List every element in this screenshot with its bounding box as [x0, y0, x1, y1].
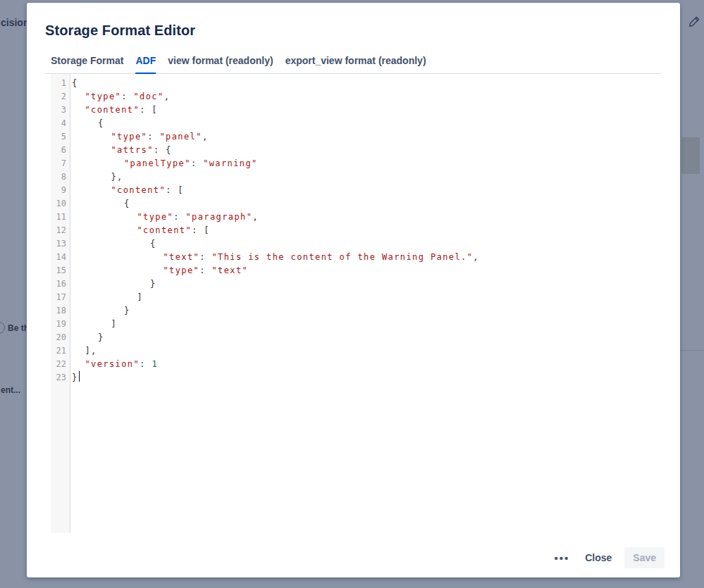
line-number-gutter: 1234567891011121314151617181920212223 [51, 74, 70, 533]
line-number: 18 [51, 304, 70, 318]
code-line[interactable]: "type": "doc", [72, 90, 662, 104]
tab-bar: Storage Format ADF view format (readonly… [45, 54, 662, 74]
tab-view-format[interactable]: view format (readonly) [168, 55, 273, 74]
more-options-button[interactable]: ••• [552, 549, 571, 567]
close-button[interactable]: Close [576, 548, 620, 568]
code-content[interactable]: { "type": "doc", "content": [ { "type": … [70, 74, 662, 533]
line-number: 12 [51, 224, 70, 237]
background-comment-text-fragment: ent... [1, 385, 20, 395]
line-number: 6 [51, 144, 70, 157]
line-number: 19 [51, 318, 70, 331]
code-line[interactable]: "attrs": { [72, 144, 662, 157]
code-line[interactable]: { [72, 117, 662, 130]
code-line[interactable]: "content": [ [72, 184, 662, 197]
save-button[interactable]: Save [624, 547, 665, 568]
text-cursor [79, 371, 80, 382]
code-line[interactable]: }, [72, 170, 662, 184]
code-line[interactable]: "type": "panel", [72, 130, 662, 144]
tab-export-view-format[interactable]: export_view format (readonly) [285, 55, 426, 74]
line-number: 1 [51, 77, 70, 90]
line-number: 2 [51, 90, 70, 104]
code-line[interactable]: "content": [ [72, 104, 662, 117]
dialog-title: Storage Format Editor [45, 23, 195, 39]
edit-pencil-icon[interactable] [688, 15, 701, 28]
dimmed-page-backdrop: cision / Be the ent... Storage Format Ed… [0, 0, 704, 588]
code-line[interactable]: { [72, 237, 662, 251]
background-avatar-circle [0, 322, 5, 334]
storage-format-editor-dialog: Storage Format Editor Storage Format ADF… [27, 3, 680, 577]
code-line[interactable]: "type": "paragraph", [72, 211, 662, 224]
code-line[interactable]: } [72, 277, 662, 291]
line-number: 11 [51, 211, 70, 224]
line-number: 22 [51, 358, 70, 371]
background-right-button [681, 137, 700, 174]
line-number: 8 [51, 170, 70, 184]
line-number: 14 [51, 251, 70, 264]
line-number: 9 [51, 184, 70, 197]
line-number: 13 [51, 237, 70, 251]
json-code-editor[interactable]: 1234567891011121314151617181920212223 { … [51, 74, 662, 533]
line-number: 3 [51, 104, 70, 117]
code-line[interactable]: { [72, 197, 662, 211]
line-number: 10 [51, 197, 70, 211]
line-number: 4 [51, 117, 70, 130]
tab-adf[interactable]: ADF [135, 55, 156, 74]
code-line[interactable]: "text": "This is the content of the Warn… [72, 251, 662, 264]
code-line[interactable]: } [72, 304, 662, 318]
code-line[interactable]: "content": [ [72, 224, 662, 237]
code-line[interactable]: } [72, 371, 662, 384]
code-line[interactable]: ], [72, 344, 662, 358]
line-number: 16 [51, 277, 70, 291]
code-line[interactable]: ] [72, 291, 662, 304]
background-right-divider [680, 350, 704, 351]
line-number: 5 [51, 130, 70, 144]
code-line[interactable]: } [72, 331, 662, 344]
line-number: 17 [51, 291, 70, 304]
code-line[interactable]: ] [72, 318, 662, 331]
line-number: 21 [51, 344, 70, 358]
code-line[interactable]: "version": 1 [72, 358, 662, 371]
code-line[interactable]: { [72, 77, 662, 90]
code-line[interactable]: "panelType": "warning" [72, 157, 662, 170]
line-number: 15 [51, 264, 70, 277]
line-number: 23 [51, 371, 70, 384]
tab-storage-format[interactable]: Storage Format [51, 55, 123, 74]
code-line[interactable]: "type": "text" [72, 264, 662, 277]
dialog-footer: ••• Close Save [552, 547, 665, 568]
line-number: 7 [51, 157, 70, 170]
line-number: 20 [51, 331, 70, 344]
